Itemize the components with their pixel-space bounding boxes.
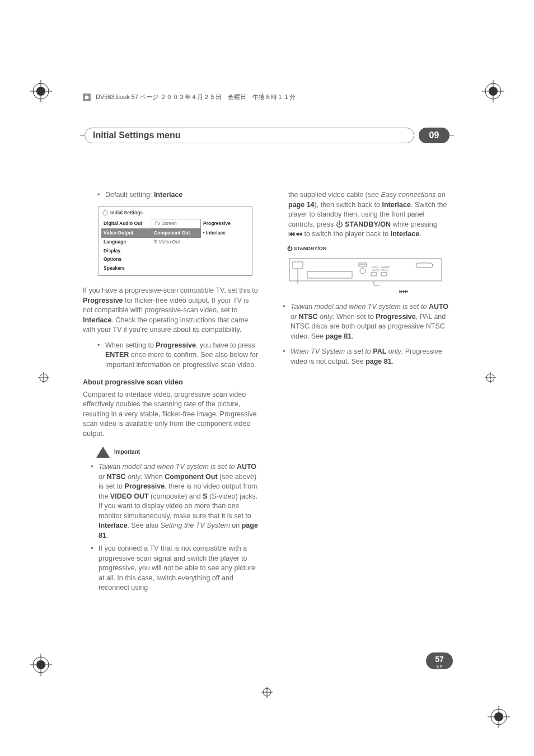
panel-cell: S-Video Out	[152, 238, 200, 247]
panel-cell	[201, 238, 250, 247]
page-number: 57	[426, 654, 453, 664]
svg-rect-36	[371, 273, 377, 276]
file-header-text: DV563.book 57 ページ ２００３年４月２５日 金曜日 午後８時１１分	[96, 93, 296, 100]
panel-cell: Digital Audio Out	[101, 219, 152, 228]
panel-cell: Component Out	[152, 228, 200, 237]
chapter-badge: 09	[419, 128, 449, 143]
default-setting-value: Interlace	[154, 191, 182, 199]
right-column: the supplied video cable (see Easy conne…	[275, 190, 451, 597]
registration-mark-tr	[465, 80, 504, 119]
page-lang: En	[426, 664, 453, 669]
note-bullet: Taiwan model and when TV system is set t…	[291, 302, 451, 341]
note-bullet: When TV System is set to PAL only: Progr…	[291, 347, 451, 367]
panel-cell: Speakers	[101, 264, 152, 273]
paragraph: If you have a progressive-scan compatibl…	[83, 286, 259, 335]
panel-cell: Options	[101, 255, 152, 264]
panel-cell: Video Output	[101, 228, 152, 237]
page-number-badge: 57 En	[426, 652, 453, 669]
prev-icon: ⏮◀◀	[288, 230, 302, 238]
important-label: Important	[114, 448, 140, 456]
panel-cell: • Interlace	[201, 228, 250, 237]
settings-panel: ◯ Initial Settings Digital Audio OutTV S…	[99, 206, 252, 276]
svg-rect-30	[307, 271, 352, 278]
page-title: Initial Settings menu	[93, 130, 180, 140]
svg-rect-26	[85, 95, 89, 100]
sub-bullet: When setting to Progressive, you have to…	[105, 341, 259, 370]
subheading: About progressive scan video	[83, 378, 259, 388]
svg-rect-28	[293, 262, 303, 269]
chapter-number: 09	[429, 130, 439, 140]
svg-text:SACD: SACD	[372, 269, 380, 272]
standby-icon: ⏻	[336, 220, 343, 228]
continuation-para: the supplied video cable (see Easy conne…	[275, 190, 451, 240]
svg-point-33	[360, 268, 366, 274]
standby-icon: ⏻	[287, 246, 292, 251]
front-panel-diagram: ⏻ STANDBY/ON DVD/ SACD AUDIO ONLY ⏮◀◀	[287, 245, 451, 296]
panel-cell: Progressive	[201, 219, 250, 228]
panel-cell: TV Screen	[152, 219, 200, 228]
bottom-mark	[261, 687, 273, 700]
file-header-meta: DV563.book 57 ページ ２００３年４月２５日 金曜日 午後８時１１分	[82, 93, 296, 102]
important-bullet: Taiwan model and when TV system is set t…	[99, 462, 259, 541]
registration-mark-tl	[30, 80, 69, 119]
paragraph: Compared to interlace video, progressive…	[83, 390, 259, 439]
page-header: Initial Settings menu 09	[80, 128, 454, 143]
default-setting-label: Default setting:	[105, 191, 152, 199]
side-mark-right	[485, 372, 496, 386]
important-callout: Important	[96, 447, 259, 458]
important-bullet: If you connect a TV that is not compatib…	[99, 544, 259, 593]
svg-rect-40	[416, 263, 433, 267]
panel-cell: Display	[101, 247, 152, 256]
page-title-bar: Initial Settings menu	[85, 128, 414, 143]
left-column: • Default setting: Interlace ◯ Initial S…	[83, 190, 259, 597]
registration-mark-br	[471, 689, 510, 728]
spiral-icon: ◯	[102, 210, 108, 217]
prev-track-icon-label: ⏮◀◀	[287, 288, 451, 295]
panel-title-text: Initial Settings	[110, 210, 143, 217]
side-mark-left	[38, 372, 49, 386]
svg-text:ONLY: ONLY	[381, 269, 389, 272]
panel-cell: Language	[101, 238, 152, 247]
svg-rect-39	[381, 273, 387, 276]
warning-icon	[96, 447, 110, 458]
registration-mark-bl	[30, 637, 69, 676]
